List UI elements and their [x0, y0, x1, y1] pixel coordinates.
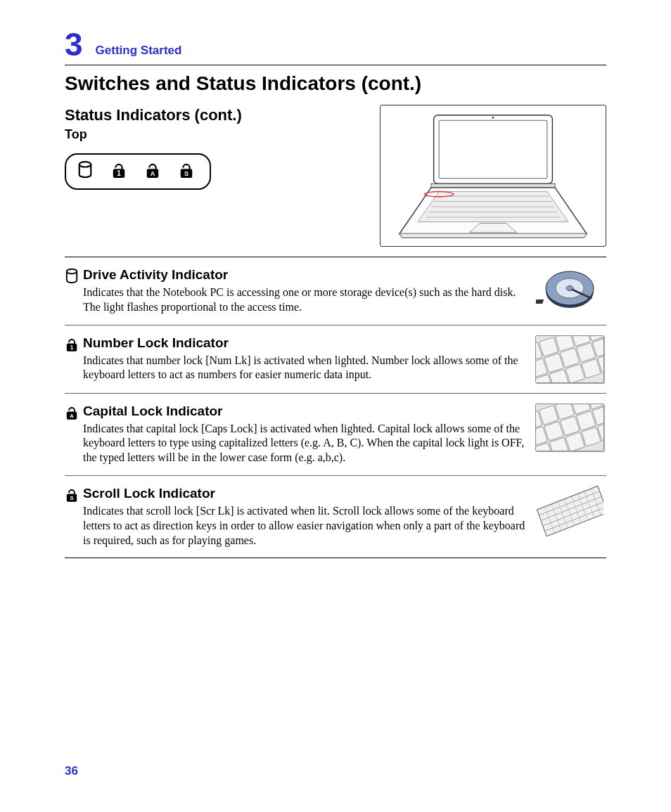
divider: [65, 558, 606, 558]
capslock-icon: A: [65, 404, 83, 422]
numlock-icon: 1: [111, 161, 131, 182]
indicator-item: S Scroll Lock Indicator Indicates that s…: [65, 486, 606, 548]
chapter-number: 3: [65, 28, 83, 60]
chapter-label: Getting Started: [96, 44, 182, 58]
indicator-text: Indicates that capital lock [Caps Lock] …: [83, 422, 526, 465]
scrolllock-icon: S: [65, 486, 83, 504]
svg-rect-19: [536, 299, 544, 304]
svg-text:A: A: [70, 413, 74, 419]
indicator-text: Indicates that scroll lock [Scr Lk] is a…: [83, 504, 526, 548]
numlock-icon: 1: [65, 335, 83, 354]
divider: [65, 257, 606, 257]
indicator-title: Number Lock Indicator: [83, 335, 526, 351]
page-title: Switches and Status Indicators (cont.): [65, 72, 606, 95]
capslock-icon: A: [145, 161, 165, 182]
svg-text:S: S: [184, 170, 188, 177]
laptop-illustration: [380, 105, 606, 247]
section-subhead: Top: [65, 127, 304, 142]
keyboard-closeup-image: [535, 335, 604, 383]
indicator-title: Drive Activity Indicator: [83, 267, 526, 283]
indicator-title: Scroll Lock Indicator: [83, 486, 526, 501]
hard-drive-image: [536, 267, 603, 314]
divider: [65, 325, 606, 326]
indicator-item: Drive Activity Indicator Indicates that …: [65, 267, 606, 315]
svg-text:1: 1: [70, 344, 74, 351]
divider: [65, 475, 606, 476]
full-keyboard-image: [536, 486, 603, 536]
svg-point-7: [492, 117, 494, 119]
svg-text:1: 1: [117, 169, 121, 177]
svg-rect-6: [439, 120, 547, 179]
divider: [65, 393, 606, 394]
indicator-text: Indicates that the Notebook PC is access…: [83, 285, 526, 315]
indicator-title: Capital Lock Indicator: [83, 404, 526, 419]
svg-rect-8: [431, 183, 555, 188]
indicator-item: A Capital Lock Indicator Indicates that …: [65, 404, 606, 465]
page-number: 36: [65, 764, 78, 778]
svg-rect-5: [434, 115, 553, 184]
svg-text:S: S: [70, 495, 73, 501]
indicator-text: Indicates that number lock [Num Lk] is a…: [83, 354, 526, 383]
keyboard-closeup-image: [535, 404, 604, 451]
indicator-icon-strip: 1 A S: [65, 153, 211, 190]
indicator-item: 1 Number Lock Indicator Indicates that n…: [65, 335, 606, 383]
cylinder-icon: [65, 267, 83, 285]
scrolllock-icon: S: [179, 161, 198, 182]
chapter-header: 3 Getting Started: [65, 28, 606, 65]
svg-text:A: A: [151, 170, 155, 177]
cylinder-icon: [77, 161, 97, 182]
section-title: Status Indicators (cont.): [65, 106, 304, 124]
